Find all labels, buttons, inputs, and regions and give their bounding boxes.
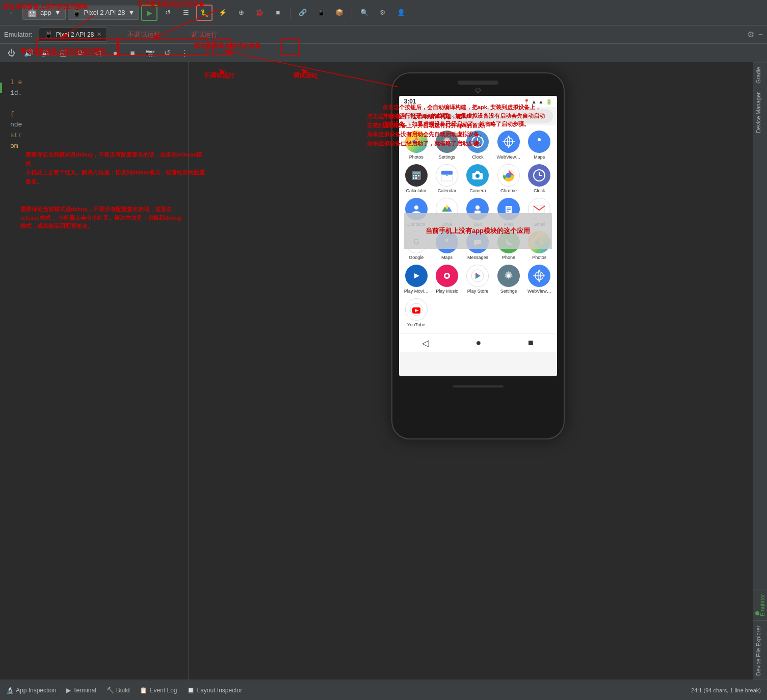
- search-button[interactable]: 🔍: [356, 5, 373, 21]
- volume-up-button[interactable]: 🔊: [21, 46, 36, 60]
- emulator-label: Emulator:: [4, 31, 33, 38]
- phone-emulator-container: 3:01 📍 ▲ ▲ 🔋 🔍 Search apps PhotosSetting…: [189, 62, 767, 680]
- sdk-button[interactable]: 📦: [331, 5, 348, 21]
- emulator-tab[interactable]: 📱 Pixel 2 API 28 ✕: [39, 28, 108, 42]
- debug-button[interactable]: 🐛: [196, 5, 213, 21]
- app-item-youtube-25[interactable]: YouTube: [403, 298, 430, 328]
- device-file-panel[interactable]: Device File Explorer: [753, 621, 767, 680]
- app-item-settings-23[interactable]: Settings: [495, 265, 522, 294]
- profile-icon: ⚡: [219, 9, 227, 16]
- back-btn[interactable]: ◁: [91, 46, 105, 60]
- sync-button[interactable]: 🔗: [295, 5, 311, 21]
- record-button[interactable]: ●: [108, 46, 122, 60]
- phone-statusbar: 3:01 📍 ▲ ▲ 🔋: [399, 96, 557, 107]
- device-dropdown[interactable]: 📱 Pixel 2 API 28 ▼: [68, 6, 140, 20]
- missing-app-text: 当前手机上没有app模块的这个应用: [426, 226, 530, 236]
- emulator-panel[interactable]: Emulator: [753, 589, 767, 621]
- app-name-7: Camera: [469, 188, 486, 194]
- app-icon-7: [466, 164, 489, 187]
- build-button[interactable]: 🔨 Build: [107, 687, 130, 694]
- close-tab-button[interactable]: ✕: [97, 31, 101, 38]
- location-icon: 📍: [523, 99, 530, 105]
- app-item-webview…-24[interactable]: WebView…: [526, 265, 552, 294]
- app-name-3: WebView…: [497, 154, 521, 160]
- app-name-20: Play Movi…: [404, 289, 429, 294]
- more-button[interactable]: ⋮: [177, 46, 192, 60]
- back-nav-button[interactable]: ←: [4, 5, 20, 21]
- app-inspection-icon: 🔬: [6, 687, 14, 694]
- app-item-clock-9[interactable]: Clock: [526, 164, 552, 194]
- svg-rect-10: [413, 175, 414, 176]
- app-item-calendar-6[interactable]: 9Calendar: [434, 164, 460, 194]
- screenshot-button[interactable]: 📷: [143, 46, 157, 60]
- app-item-play-movi…-20[interactable]: Play Movi…: [403, 265, 430, 294]
- power-button[interactable]: ⏻: [4, 46, 18, 60]
- run-button[interactable]: ▶: [141, 5, 157, 21]
- status-text: 24:1 (94 chars, 1 line break): [691, 687, 761, 693]
- svg-point-21: [477, 175, 479, 177]
- app-inspection-button[interactable]: 🔬 App Inspection: [6, 687, 56, 694]
- svg-rect-14: [415, 177, 417, 179]
- svg-point-29: [414, 205, 418, 210]
- app-search-bar[interactable]: 🔍 Search apps: [403, 109, 553, 123]
- app-name-16: Maps: [441, 255, 453, 261]
- app-name-21: Play Music: [436, 289, 458, 294]
- app-item-play-store-22[interactable]: Play Store: [464, 265, 491, 294]
- app-item-calculator-5[interactable]: Calculator: [403, 164, 430, 194]
- terminal-button[interactable]: ▶ Terminal: [66, 687, 96, 694]
- avd-button[interactable]: 📱: [313, 5, 329, 21]
- svg-rect-9: [413, 172, 420, 174]
- account-icon: 👤: [397, 9, 405, 16]
- app-item-play-music-21[interactable]: Play Music: [434, 265, 460, 294]
- phone-screen: 3:01 📍 ▲ ▲ 🔋 🔍 Search apps PhotosSetting…: [399, 96, 557, 376]
- fold-button[interactable]: ⟳: [73, 46, 88, 60]
- app-icon-0: [405, 131, 428, 153]
- app-module-dropdown[interactable]: 🤖 app ▼: [22, 6, 66, 20]
- settings-button[interactable]: ⚙: [375, 5, 391, 21]
- gradle-panel[interactable]: Gradle: [753, 62, 767, 88]
- svg-point-31: [475, 205, 480, 210]
- svg-rect-13: [413, 177, 414, 179]
- app-item-chrome-8[interactable]: Chrome: [495, 164, 522, 194]
- back-nav[interactable]: ◁: [422, 338, 429, 349]
- attach-debugger-button[interactable]: 🐞: [251, 5, 268, 21]
- device-manager-panel[interactable]: Device Manager: [753, 88, 767, 137]
- recents-nav[interactable]: ■: [528, 338, 534, 348]
- stop-record-button[interactable]: ■: [125, 46, 140, 60]
- app-item-clock-2[interactable]: Clock: [464, 131, 491, 160]
- stop-run-button[interactable]: ☰: [178, 5, 194, 21]
- app-name-25: YouTube: [407, 322, 425, 328]
- rotate-button[interactable]: ◱: [56, 46, 70, 60]
- app-item-settings-1[interactable]: Settings: [434, 131, 460, 160]
- event-log-button[interactable]: 📋 Event Log: [140, 687, 177, 694]
- app-name-8: Chrome: [500, 188, 517, 194]
- app-item-webview…-3[interactable]: WebView…: [495, 131, 522, 160]
- app-name-1: Settings: [439, 154, 456, 160]
- app-name-9: Clock: [534, 188, 545, 194]
- stop-run-icon: ☰: [183, 9, 189, 16]
- phone-navbar: ◁ ● ■: [399, 334, 557, 352]
- profile-button[interactable]: ⚡: [215, 5, 231, 21]
- layout-inspector-button[interactable]: 🔲 Layout Inspector: [187, 687, 242, 694]
- app-icon-3: [497, 131, 520, 153]
- account-button[interactable]: 👤: [393, 5, 409, 21]
- stop-button[interactable]: ■: [270, 5, 286, 21]
- tab-minimize-button[interactable]: −: [758, 30, 763, 39]
- home-nav[interactable]: ●: [476, 338, 482, 348]
- battery-icon: 🔋: [546, 99, 552, 105]
- coverage-button[interactable]: ⊕: [233, 5, 249, 21]
- app-item-photos-0[interactable]: Photos: [403, 131, 430, 160]
- tab-settings-button[interactable]: ⚙: [747, 30, 754, 39]
- reset-button[interactable]: ↺: [160, 46, 174, 60]
- rerun-button[interactable]: ↺: [160, 5, 176, 21]
- app-icon-1: [436, 131, 458, 153]
- svg-rect-11: [415, 175, 417, 176]
- app-item-maps-4[interactable]: Maps: [526, 131, 552, 160]
- not-debug-run-label: 不调试运行: [127, 30, 161, 39]
- app-item-camera-7[interactable]: Camera: [464, 164, 491, 194]
- volume-down-button[interactable]: 🔉: [39, 46, 53, 60]
- android-icon: 🤖: [27, 8, 37, 17]
- app-icon-22: [466, 265, 489, 287]
- phone-camera: [475, 88, 481, 93]
- phone-time: 3:01: [404, 98, 416, 105]
